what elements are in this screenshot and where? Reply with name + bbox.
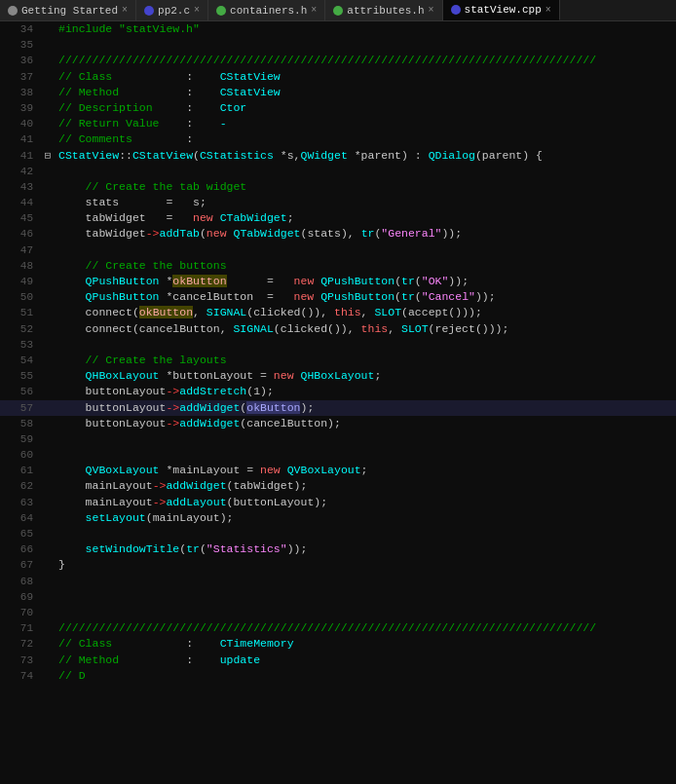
line-num-74: 73 [0, 653, 41, 668]
line-num-44: 43 [0, 179, 41, 195]
code-line-74: 73 // Method : update [0, 653, 676, 668]
line-content-34: #include "statView.h" [55, 21, 200, 37]
line-content-65: setLayout(mainLayout); [55, 510, 233, 526]
line-content-63: mainLayout->addWidget(tabWidget); [55, 478, 307, 494]
tab-icon-statview [451, 5, 461, 15]
code-line-43: 42 [0, 164, 676, 179]
line-num-70: 69 [0, 589, 41, 605]
line-num-63: 62 [0, 478, 41, 494]
line-num-69: 68 [0, 574, 41, 589]
line-content-59: buttonLayout->addWidget(cancelButton); [55, 416, 341, 431]
line-content-57: buttonLayout->addStretch(1); [55, 384, 274, 399]
tab-containers[interactable]: containers.h × [208, 0, 325, 20]
tab-close-pp2[interactable]: × [194, 5, 200, 16]
code-line-65: 64 setLayout(mainLayout); [0, 510, 676, 526]
code-line-60: 59 [0, 431, 676, 447]
tab-label-containers: containers.h [230, 5, 307, 17]
code-line-56: 55 QHBoxLayout *buttonLayout = new QHBox… [0, 368, 676, 384]
tab-pp2[interactable]: pp2.c × [136, 0, 208, 20]
code-line-49: 48 // Create the buttons [0, 258, 676, 274]
tab-close-statview[interactable]: × [545, 5, 551, 16]
line-content-56: QHBoxLayout *buttonLayout = new QHBoxLay… [55, 368, 381, 384]
line-num-68: 67 [0, 557, 41, 573]
code-line-36: 36 /////////////////////////////////////… [0, 53, 676, 68]
line-num-60: 59 [0, 431, 41, 447]
code-line-35: 35 [0, 37, 676, 53]
code-line-53: 52 connect(cancelButton, SIGNAL(clicked(… [0, 321, 676, 337]
line-num-51: 50 [0, 289, 41, 305]
code-line-55: 54 // Create the layouts [0, 353, 676, 368]
code-line-68: 67 } [0, 557, 676, 573]
line-num-34: 34 [0, 21, 41, 37]
code-line-69: 68 [0, 574, 676, 589]
code-line-61: 60 [0, 447, 676, 463]
line-num-65: 64 [0, 510, 41, 526]
code-line-71: 70 [0, 605, 676, 620]
line-num-35: 35 [0, 37, 41, 53]
line-content-62: QVBoxLayout *mainLayout = new QVBoxLayou… [55, 463, 368, 478]
code-line-34: 34 #include "statView.h" [0, 21, 676, 37]
line-num-54: 53 [0, 337, 41, 353]
line-num-37: 37 [0, 69, 41, 85]
line-num-41: 41 [0, 131, 41, 147]
code-line-39: 39 // Description : Ctor [0, 100, 676, 116]
code-line-58: 57 buttonLayout->addWidget(okButton); [0, 400, 676, 416]
line-num-47: 46 [0, 226, 41, 242]
line-content-46: tabWidget = new CTabWidget; [55, 210, 294, 226]
tab-label-attributes: attributes.h [347, 5, 424, 17]
code-line-75: 74 // D [0, 668, 676, 684]
line-content-36: ////////////////////////////////////////… [55, 53, 596, 68]
line-num-46: 45 [0, 210, 41, 226]
line-content-74: // Method : update [55, 653, 260, 668]
tab-icon-attributes [333, 6, 343, 16]
code-line-41: 41 // Comments : [0, 131, 676, 147]
line-content-75: // D [55, 668, 86, 684]
code-line-46: 45 tabWidget = new CTabWidget; [0, 210, 676, 226]
line-content-68: } [55, 557, 65, 573]
code-line-59: 58 buttonLayout->addWidget(cancelButton)… [0, 416, 676, 431]
line-num-64: 63 [0, 495, 41, 510]
tab-attributes[interactable]: attributes.h × [325, 0, 442, 20]
tab-getting-started[interactable]: Getting Started × [0, 0, 136, 20]
code-line-48: 47 [0, 243, 676, 258]
code-line-45: 44 stats = s; [0, 195, 676, 210]
line-content-52: connect(okButton, SIGNAL(clicked()), thi… [55, 305, 482, 320]
line-num-50: 49 [0, 274, 41, 289]
code-line-66: 65 [0, 526, 676, 541]
line-num-59: 58 [0, 416, 41, 431]
code-line-72: 71 /////////////////////////////////////… [0, 620, 676, 636]
tab-statview[interactable]: statView.cpp × [443, 0, 560, 20]
line-num-38: 38 [0, 85, 41, 100]
tab-icon-pp2 [144, 6, 154, 16]
tab-label-statview: statView.cpp [465, 4, 542, 16]
code-line-40: 40 // Return Value : - [0, 116, 676, 131]
code-line-70: 69 [0, 589, 676, 605]
tab-close-attributes[interactable]: × [429, 5, 434, 16]
line-content-67: setWindowTitle(tr("Statistics")); [55, 541, 307, 557]
line-content-47: tabWidget->addTab(new QTabWidget(stats),… [55, 226, 462, 242]
tab-close-containers[interactable]: × [311, 5, 317, 16]
line-num-36: 36 [0, 53, 41, 68]
code-lines: 34 #include "statView.h" 35 36 /////////… [0, 21, 676, 684]
line-content-44: // Create the tab widget [55, 179, 246, 195]
line-num-40: 40 [0, 116, 41, 131]
line-num-49: 48 [0, 258, 41, 274]
code-editor[interactable]: 34 #include "statView.h" 35 36 /////////… [0, 21, 676, 784]
code-line-63: 62 mainLayout->addWidget(tabWidget); [0, 478, 676, 494]
line-num-57: 56 [0, 384, 41, 399]
line-content-38: // Method : CStatView [55, 85, 281, 100]
code-line-38: 38 // Method : CStatView [0, 85, 676, 100]
tab-close-getting-started[interactable]: × [122, 5, 128, 16]
line-content-53: connect(cancelButton, SIGNAL(clicked()),… [55, 321, 508, 337]
line-content-72: ////////////////////////////////////////… [55, 620, 596, 636]
line-num-73: 72 [0, 636, 41, 652]
tab-label-pp2: pp2.c [158, 5, 190, 17]
line-num-58: 57 [0, 400, 41, 416]
line-num-55: 54 [0, 353, 41, 368]
line-num-43: 42 [0, 164, 41, 179]
line-num-66: 65 [0, 526, 41, 541]
line-num-42: 41 [0, 148, 41, 164]
line-num-62: 61 [0, 463, 41, 478]
code-line-62: 61 QVBoxLayout *mainLayout = new QVBoxLa… [0, 463, 676, 478]
code-line-67: 66 setWindowTitle(tr("Statistics")); [0, 541, 676, 557]
